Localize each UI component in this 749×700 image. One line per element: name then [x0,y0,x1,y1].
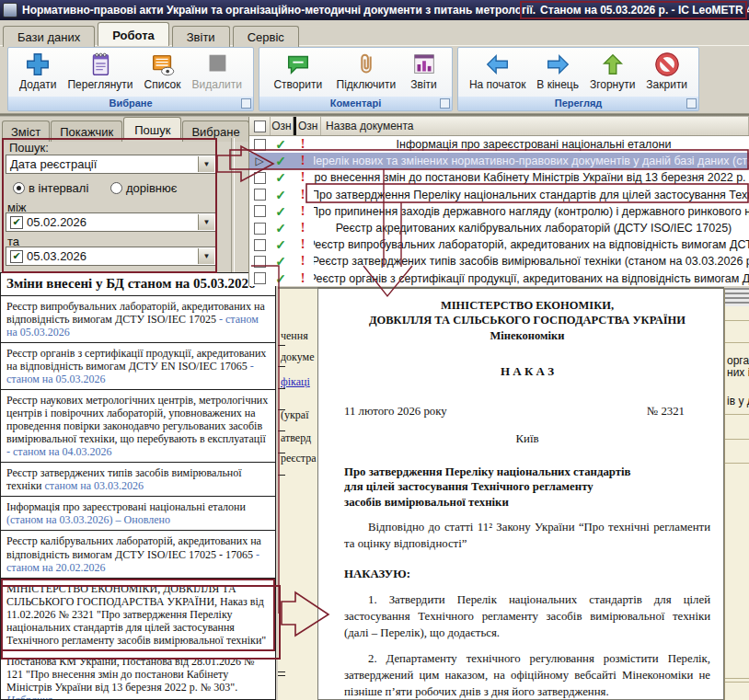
checkbox-icon[interactable] [254,205,266,217]
line-fragment [725,342,749,343]
exclamation-icon: ! [301,238,305,251]
row-checkbox[interactable] [249,189,270,201]
на-початок-button[interactable]: На початок [469,51,526,91]
exclamation-icon: ! [301,155,305,167]
chevron-down-icon[interactable]: ▼ [198,214,214,230]
tab-зміст[interactable]: Зміст [2,120,50,142]
document-title[interactable]: Реєстр затверджених типів засобів вимірю… [314,255,749,268]
group-expander-icon[interactable] [241,98,251,109]
changes-list-item[interactable]: Реєстр випробувальних лабораторій, акред… [1,296,275,343]
закрити-button[interactable]: Закрити [646,51,687,91]
звіти-button[interactable]: Звіти [410,51,438,91]
chevron-down-icon[interactable]: ▼ [198,156,214,172]
row-checkbox[interactable] [249,256,270,268]
group-caption: Перегляд [458,97,698,110]
document-title[interactable]: Реєстр випробувальних лабораторій, акред… [314,238,749,251]
список-button[interactable]: Список [144,51,181,91]
tab-вибране[interactable]: Вибране [182,120,248,142]
table-row[interactable]: ✓!Реєстр органів з сертифікації продукці… [249,270,749,287]
table-row[interactable]: ✓!Реєстр затверджених типів засобів вимі… [249,253,749,270]
document-list: Озн Озн Назва документа ✓!Інформація про… [248,117,749,286]
row-checkbox[interactable] [249,272,270,284]
header-ozn1[interactable]: Озн [271,117,294,135]
arrow-right-icon [544,51,571,78]
item-text: МІНІСТЕРСТВО ЕКОНОМІКИ, ДОВКІЛЛЯ ТА СІЛЬ… [6,582,266,647]
date-to-combobox[interactable]: ✔ 05.03.2026 ▼ [6,247,216,266]
document-title[interactable]: Про припинення заходів державного нагляд… [314,205,749,218]
table-row[interactable]: ✓!Про затвердження Переліку національних… [249,187,749,203]
changes-list-item[interactable]: МІНІСТЕРСТВО ЕКОНОМІКИ, ДОВКІЛЛЯ ТА СІЛЬ… [1,579,275,651]
table-row[interactable]: ▷✓!Перелік нових та змінених нормативно-… [249,153,749,169]
changes-list-item[interactable]: Реєстр затверджених типів засобів вимірю… [1,463,275,497]
document-title[interactable]: Реєстр органів з сертифікації продукції,… [314,272,749,285]
checkbox-icon[interactable] [254,172,266,184]
переглянути-button[interactable]: Переглянути [67,51,133,91]
menu-tab-робота[interactable]: Робота [98,22,169,46]
tab-покажчик[interactable]: Покажчик [51,120,122,142]
checkmark-icon: ✓ [275,272,286,285]
checkbox-icon[interactable] [254,189,266,201]
row-checkbox[interactable] [249,223,270,235]
checkbox-icon[interactable] [254,272,266,284]
occluded-text-fragment: орган [727,354,749,367]
row-checkbox[interactable] [249,239,270,251]
block-icon [653,51,681,78]
створити-button[interactable]: Створити [273,51,322,91]
згорнути-button[interactable]: Згорнути [590,51,636,91]
group-expander-icon[interactable] [440,98,450,109]
current-record-pointer-icon[interactable]: ▷ [249,155,270,167]
row-checkbox[interactable] [249,172,270,184]
menu-tab-звіти[interactable]: Звіти [172,26,230,47]
додати-button[interactable]: Додати [19,51,56,91]
changes-list-item[interactable]: Інформація про зареєстровані національні… [1,497,275,531]
checkbox-icon[interactable] [254,256,266,268]
header-checkbox-icon[interactable] [249,117,271,135]
tab-пошук[interactable]: Пошук [123,117,181,140]
checkbox-icon[interactable] [254,239,266,251]
ribbon-group-comments: СтворитиПідключитиЗвіти Коментарі [259,47,453,111]
row-checkbox[interactable] [249,205,270,217]
date-from-combobox[interactable]: ✔ 05.02.2026 ▼ [6,212,216,232]
radio-icon[interactable] [110,182,122,194]
header-document-name[interactable]: Назва документа [321,117,749,135]
changes-list-item[interactable]: Реєстр органів з сертифікації продукції,… [1,343,275,390]
document-title[interactable]: Перелік нових та змінених нормативно-пра… [314,155,749,167]
chevron-down-icon[interactable]: ▼ [198,248,214,264]
menu-tab-сервіс[interactable]: Сервіс [233,26,299,47]
checkmark-cell: ✓ [270,238,292,251]
background-panel-right: органних і вів у да [724,306,749,700]
changes-list-item[interactable]: Реєстр наукових метрологічних центрів, м… [1,390,275,463]
left-panel-tabs: ЗмістПокажчикПошукВибране [2,117,250,139]
exclamation-cell: ! [292,171,314,184]
checkbox-icon[interactable] [254,139,266,151]
table-row[interactable]: ✓!Реєстр випробувальних лабораторій, акр… [249,236,749,253]
changes-list-item[interactable]: Постанова КМ України, Постанова від 28.0… [1,651,275,700]
checkbox-icon[interactable] [254,223,266,235]
table-row[interactable]: ✓!Про припинення заходів державного нагл… [249,203,749,220]
search-field-combobox[interactable]: Дата реєстрації ▼ [6,155,216,174]
document-title[interactable]: Про внесення змін до постанови Кабінету … [314,171,749,184]
в-кінець-button[interactable]: В кінець [536,51,579,91]
radio-interval[interactable]: в інтервалі [13,181,88,195]
checkbox-checked-icon[interactable]: ✔ [10,250,23,263]
app-icon [3,3,17,17]
checkbox-checked-icon[interactable]: ✔ [10,216,23,229]
table-row[interactable]: ✓!Реєстр акредитованих калібрувальних ла… [249,220,749,236]
radio-equals[interactable]: дорівнює [110,181,177,195]
menu-tab-бази-даних[interactable]: Бази даних [3,26,95,47]
button-label: Закрити [646,78,687,91]
window-title-date: Станом на 05.03.2026 р. - ІС LeoMETR 4..… [540,4,749,17]
table-row[interactable]: ✓!Про внесення змін до постанови Кабінет… [249,169,749,186]
document-title[interactable]: Інформація про зареєстровані національні… [314,138,749,151]
header-ozn2[interactable]: Озн [294,117,321,135]
changes-list-item[interactable]: Реєстр калібрувальних лабораторій, акред… [1,531,275,578]
radio-icon[interactable] [13,182,25,194]
table-row[interactable]: ✓!Інформація про зареєстровані національ… [249,136,749,153]
date-from-value: 05.02.2026 [27,214,86,231]
group-expander-icon[interactable] [686,98,697,109]
row-checkbox[interactable] [249,139,270,151]
exclamation-cell: ! [292,189,314,201]
document-title[interactable]: Реєстр акредитованих калібрувальних лабо… [314,222,749,235]
підключити-button[interactable]: Підключити [337,51,397,91]
document-title[interactable]: Про затвердження Переліку національних с… [314,189,749,201]
